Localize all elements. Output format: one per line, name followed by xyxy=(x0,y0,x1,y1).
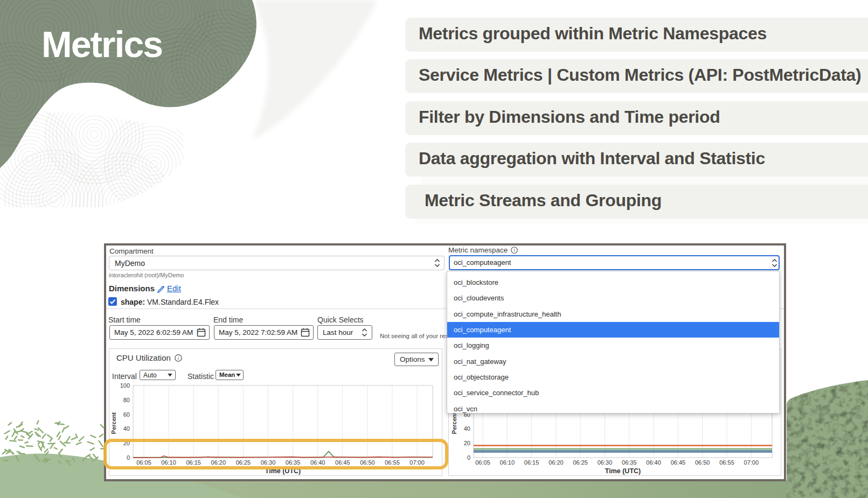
svg-text:20: 20 xyxy=(464,440,470,446)
svg-text:0: 0 xyxy=(467,454,470,461)
svg-text:06:30: 06:30 xyxy=(598,459,613,466)
svg-text:Percent: Percent xyxy=(110,412,117,434)
svg-text:100: 100 xyxy=(120,382,130,389)
svg-text:i: i xyxy=(178,355,179,361)
svg-text:06:05: 06:05 xyxy=(475,459,490,466)
svg-text:Percent: Percent xyxy=(451,412,457,434)
svg-text:80: 80 xyxy=(123,397,130,403)
svg-text:06:40: 06:40 xyxy=(646,459,661,466)
svg-text:60: 60 xyxy=(123,411,130,418)
svg-text:07:00: 07:00 xyxy=(744,459,759,466)
svg-text:06:25: 06:25 xyxy=(573,459,588,466)
svg-text:40: 40 xyxy=(123,425,130,432)
svg-text:i: i xyxy=(513,248,515,252)
svg-text:06:50: 06:50 xyxy=(695,459,710,466)
svg-text:06:15: 06:15 xyxy=(524,459,539,466)
svg-text:06:20: 06:20 xyxy=(548,459,564,466)
svg-text:06:10: 06:10 xyxy=(500,459,515,466)
svg-text:06:55: 06:55 xyxy=(719,459,734,466)
svg-text:06:45: 06:45 xyxy=(671,459,686,466)
svg-text:06:35: 06:35 xyxy=(622,459,637,466)
svg-text:Time (UTC): Time (UTC) xyxy=(605,467,641,475)
svg-text:40: 40 xyxy=(464,425,470,432)
